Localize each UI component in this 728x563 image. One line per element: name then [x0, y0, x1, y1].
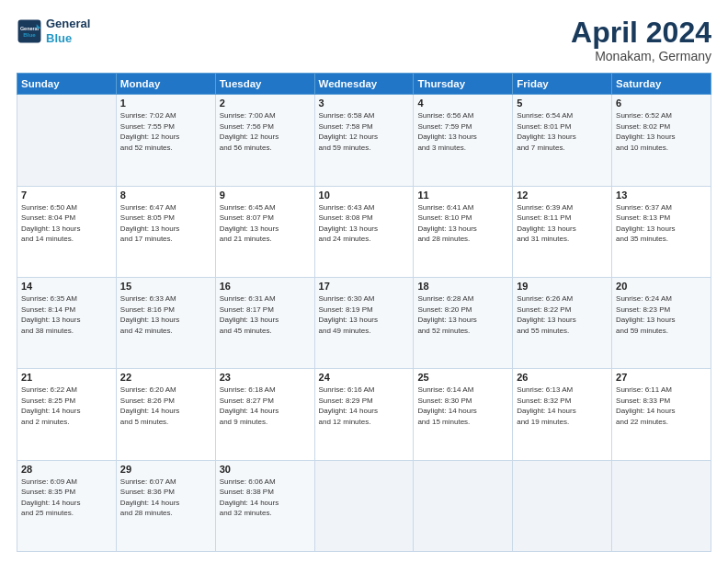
day-number: 9: [220, 190, 311, 201]
day-number: 25: [417, 372, 508, 383]
day-number: 3: [319, 98, 410, 109]
calendar-page: General Blue General Blue April 2024 Mon…: [0, 0, 728, 563]
calendar-cell: 22Sunrise: 6:20 AM Sunset: 8:26 PM Dayli…: [116, 369, 215, 460]
title-block: April 2024 Monakam, Germany: [571, 17, 711, 63]
day-number: 10: [319, 190, 410, 201]
day-info: Sunrise: 6:30 AM Sunset: 8:19 PM Dayligh…: [319, 293, 410, 336]
calendar-cell: 1Sunrise: 7:02 AM Sunset: 7:55 PM Daylig…: [116, 95, 215, 186]
calendar-cell: 9Sunrise: 6:45 AM Sunset: 8:07 PM Daylig…: [215, 186, 314, 277]
day-info: Sunrise: 6:26 AM Sunset: 8:22 PM Dayligh…: [517, 293, 608, 336]
weekday-header-tuesday: Tuesday: [215, 74, 314, 95]
day-info: Sunrise: 6:47 AM Sunset: 8:05 PM Dayligh…: [120, 202, 211, 245]
month-title: April 2024: [571, 17, 711, 49]
week-row-4: 21Sunrise: 6:22 AM Sunset: 8:25 PM Dayli…: [17, 369, 711, 460]
calendar-cell: 5Sunrise: 6:54 AM Sunset: 8:01 PM Daylig…: [513, 95, 612, 186]
day-info: Sunrise: 6:54 AM Sunset: 8:01 PM Dayligh…: [517, 110, 608, 153]
logo: General Blue General Blue: [17, 17, 90, 45]
day-number: 19: [517, 281, 608, 292]
day-info: Sunrise: 6:31 AM Sunset: 8:17 PM Dayligh…: [220, 293, 311, 336]
day-info: Sunrise: 6:09 AM Sunset: 8:35 PM Dayligh…: [21, 477, 112, 519]
day-number: 24: [319, 372, 410, 383]
day-number: 30: [220, 464, 311, 475]
calendar-cell: [513, 460, 612, 551]
week-row-5: 28Sunrise: 6:09 AM Sunset: 8:35 PM Dayli…: [17, 460, 711, 551]
day-info: Sunrise: 6:35 AM Sunset: 8:14 PM Dayligh…: [21, 293, 112, 336]
calendar-cell: 25Sunrise: 6:14 AM Sunset: 8:30 PM Dayli…: [414, 369, 513, 460]
calendar-cell: 10Sunrise: 6:43 AM Sunset: 8:08 PM Dayli…: [314, 186, 414, 277]
calendar-cell: 7Sunrise: 6:50 AM Sunset: 8:04 PM Daylig…: [17, 186, 117, 277]
day-number: 7: [21, 190, 112, 201]
calendar-cell: 28Sunrise: 6:09 AM Sunset: 8:35 PM Dayli…: [17, 460, 117, 551]
day-info: Sunrise: 6:13 AM Sunset: 8:32 PM Dayligh…: [517, 385, 608, 427]
day-info: Sunrise: 6:43 AM Sunset: 8:08 PM Dayligh…: [319, 202, 410, 245]
calendar-cell: 11Sunrise: 6:41 AM Sunset: 8:10 PM Dayli…: [414, 186, 513, 277]
calendar-cell: 15Sunrise: 6:33 AM Sunset: 8:16 PM Dayli…: [116, 277, 215, 368]
day-number: 18: [417, 281, 508, 292]
calendar-cell: 3Sunrise: 6:58 AM Sunset: 7:58 PM Daylig…: [314, 95, 414, 186]
day-number: 27: [616, 372, 707, 383]
calendar-cell: 26Sunrise: 6:13 AM Sunset: 8:32 PM Dayli…: [513, 369, 612, 460]
day-info: Sunrise: 6:20 AM Sunset: 8:26 PM Dayligh…: [120, 385, 211, 427]
day-info: Sunrise: 6:14 AM Sunset: 8:30 PM Dayligh…: [417, 385, 508, 427]
calendar-cell: 29Sunrise: 6:07 AM Sunset: 8:36 PM Dayli…: [116, 460, 215, 551]
day-info: Sunrise: 6:37 AM Sunset: 8:13 PM Dayligh…: [616, 202, 707, 245]
day-number: 12: [517, 190, 608, 201]
day-number: 6: [616, 98, 707, 109]
page-header: General Blue General Blue April 2024 Mon…: [17, 17, 711, 63]
weekday-header-friday: Friday: [513, 74, 612, 95]
calendar-cell: 4Sunrise: 6:56 AM Sunset: 7:59 PM Daylig…: [414, 95, 513, 186]
day-info: Sunrise: 6:52 AM Sunset: 8:02 PM Dayligh…: [616, 110, 707, 153]
calendar-cell: 19Sunrise: 6:26 AM Sunset: 8:22 PM Dayli…: [513, 277, 612, 368]
day-number: 8: [120, 190, 211, 201]
calendar-cell: 27Sunrise: 6:11 AM Sunset: 8:33 PM Dayli…: [612, 369, 711, 460]
weekday-header-row: SundayMondayTuesdayWednesdayThursdayFrid…: [17, 74, 711, 95]
day-number: 16: [220, 281, 311, 292]
day-info: Sunrise: 6:58 AM Sunset: 7:58 PM Dayligh…: [319, 110, 410, 153]
calendar-cell: 12Sunrise: 6:39 AM Sunset: 8:11 PM Dayli…: [513, 186, 612, 277]
day-number: 11: [417, 190, 508, 201]
week-row-2: 7Sunrise: 6:50 AM Sunset: 8:04 PM Daylig…: [17, 186, 711, 277]
day-number: 2: [220, 98, 311, 109]
day-info: Sunrise: 6:50 AM Sunset: 8:04 PM Dayligh…: [21, 202, 112, 245]
calendar-cell: 14Sunrise: 6:35 AM Sunset: 8:14 PM Dayli…: [17, 277, 117, 368]
week-row-3: 14Sunrise: 6:35 AM Sunset: 8:14 PM Dayli…: [17, 277, 711, 368]
calendar-cell: 17Sunrise: 6:30 AM Sunset: 8:19 PM Dayli…: [314, 277, 414, 368]
day-info: Sunrise: 6:56 AM Sunset: 7:59 PM Dayligh…: [417, 110, 508, 153]
calendar-cell: 2Sunrise: 7:00 AM Sunset: 7:56 PM Daylig…: [215, 95, 314, 186]
calendar-cell: [414, 460, 513, 551]
day-info: Sunrise: 7:02 AM Sunset: 7:55 PM Dayligh…: [120, 110, 211, 153]
day-number: 28: [21, 464, 112, 475]
calendar-cell: 18Sunrise: 6:28 AM Sunset: 8:20 PM Dayli…: [414, 277, 513, 368]
day-number: 21: [21, 372, 112, 383]
calendar-cell: 21Sunrise: 6:22 AM Sunset: 8:25 PM Dayli…: [17, 369, 117, 460]
calendar-cell: 16Sunrise: 6:31 AM Sunset: 8:17 PM Dayli…: [215, 277, 314, 368]
calendar-cell: 24Sunrise: 6:16 AM Sunset: 8:29 PM Dayli…: [314, 369, 414, 460]
day-number: 15: [120, 281, 211, 292]
calendar-cell: 20Sunrise: 6:24 AM Sunset: 8:23 PM Dayli…: [612, 277, 711, 368]
weekday-header-monday: Monday: [116, 74, 215, 95]
calendar-cell: [314, 460, 414, 551]
day-info: Sunrise: 6:28 AM Sunset: 8:20 PM Dayligh…: [417, 293, 508, 336]
calendar-cell: 13Sunrise: 6:37 AM Sunset: 8:13 PM Dayli…: [612, 186, 711, 277]
day-info: Sunrise: 6:41 AM Sunset: 8:10 PM Dayligh…: [417, 202, 508, 245]
day-info: Sunrise: 7:00 AM Sunset: 7:56 PM Dayligh…: [220, 110, 311, 153]
day-number: 5: [517, 98, 608, 109]
location: Monakam, Germany: [571, 49, 711, 63]
logo-general: General: [46, 17, 90, 31]
day-number: 23: [220, 372, 311, 383]
day-number: 29: [120, 464, 211, 475]
weekday-header-sunday: Sunday: [17, 74, 117, 95]
day-info: Sunrise: 6:11 AM Sunset: 8:33 PM Dayligh…: [616, 385, 707, 427]
weekday-header-saturday: Saturday: [612, 74, 711, 95]
day-info: Sunrise: 6:22 AM Sunset: 8:25 PM Dayligh…: [21, 385, 112, 427]
day-number: 1: [120, 98, 211, 109]
day-info: Sunrise: 6:45 AM Sunset: 8:07 PM Dayligh…: [220, 202, 311, 245]
calendar-cell: [612, 460, 711, 551]
logo-icon: General Blue: [17, 18, 42, 44]
svg-text:General: General: [20, 26, 40, 31]
svg-text:Blue: Blue: [23, 31, 36, 38]
calendar-cell: [17, 95, 117, 186]
calendar-table: SundayMondayTuesdayWednesdayThursdayFrid…: [17, 73, 711, 552]
day-info: Sunrise: 6:18 AM Sunset: 8:27 PM Dayligh…: [220, 385, 311, 427]
day-info: Sunrise: 6:24 AM Sunset: 8:23 PM Dayligh…: [616, 293, 707, 336]
